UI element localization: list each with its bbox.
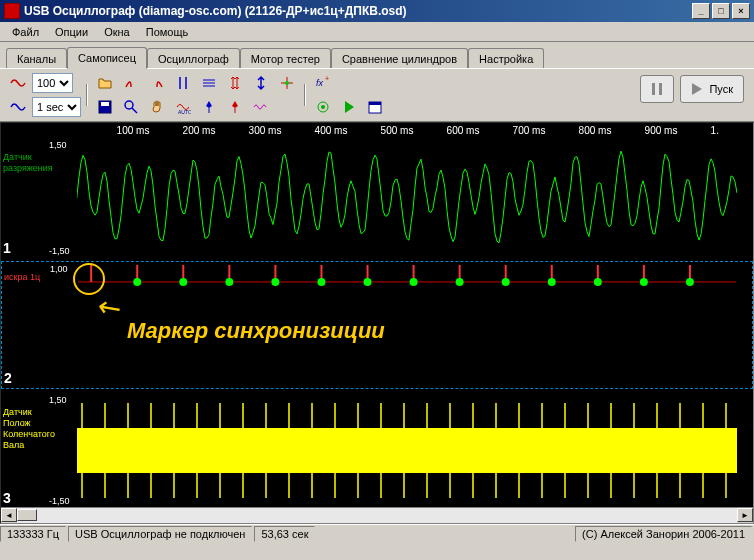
time-tick: 300 ms: [249, 125, 282, 136]
title-bar: USB Осциллограф (diamag-osc.com) (21126-…: [0, 0, 754, 22]
start-button[interactable]: Пуск: [680, 75, 744, 103]
channel-3: 1,50 Датчик Полож Коленчатого Вала -1,50…: [1, 393, 753, 508]
svg-rect-41: [77, 428, 737, 473]
svg-point-38: [594, 278, 602, 286]
ch3-scale-top: 1,50: [49, 395, 67, 405]
tab-recorder[interactable]: Самописец: [67, 47, 147, 69]
toolbar-divider-2: [304, 84, 306, 106]
curve-left-icon[interactable]: [119, 72, 143, 94]
time-tick: 1.: [711, 125, 719, 136]
hand-icon[interactable]: [145, 96, 169, 118]
fx-icon[interactable]: fx+: [311, 72, 335, 94]
close-button[interactable]: ×: [732, 3, 750, 19]
menu-help[interactable]: Помощь: [138, 24, 197, 40]
wave-multi-icon[interactable]: [249, 96, 273, 118]
svg-point-36: [502, 278, 510, 286]
ch1-number: 1: [3, 240, 11, 256]
tab-oscilloscope[interactable]: Осциллограф: [147, 48, 240, 69]
save-icon[interactable]: [93, 96, 117, 118]
scroll-track[interactable]: [17, 508, 737, 523]
ch1-waveform: [77, 138, 737, 258]
ch1-scale-top: 1,50: [49, 140, 67, 150]
wave-red-icon[interactable]: [6, 72, 30, 94]
scale-select[interactable]: 100: [32, 73, 73, 93]
svg-text:fx: fx: [316, 78, 324, 88]
vlines-icon[interactable]: [171, 72, 195, 94]
ch3-scale-bot: -1,50: [49, 496, 70, 506]
status-copyright: (C) Алексей Занорин 2006-2011: [575, 526, 752, 542]
menu-windows[interactable]: Окна: [96, 24, 138, 40]
svg-point-30: [225, 278, 233, 286]
maximize-button[interactable]: □: [712, 3, 730, 19]
ch2-number: 2: [4, 370, 12, 386]
svg-point-35: [456, 278, 464, 286]
channel-1: 1,50 Датчик разряжения -1,50 1: [1, 138, 753, 258]
center-icon[interactable]: [275, 72, 299, 94]
time-tick: 200 ms: [183, 125, 216, 136]
pause-button[interactable]: [640, 75, 674, 103]
time-tick: 800 ms: [579, 125, 612, 136]
svg-rect-10: [369, 102, 381, 105]
start-label: Пуск: [709, 83, 733, 95]
zoom-icon[interactable]: [119, 96, 143, 118]
svg-point-32: [317, 278, 325, 286]
svg-point-40: [686, 278, 694, 286]
open-icon[interactable]: [93, 72, 117, 94]
play-green-icon[interactable]: [337, 96, 361, 118]
status-time: 53,63 сек: [254, 526, 315, 542]
status-connection: USB Осциллограф не подключен: [68, 526, 252, 542]
svg-point-8: [321, 105, 325, 109]
svg-point-0: [285, 81, 289, 85]
minimize-button[interactable]: _: [692, 3, 710, 19]
time-tick: 400 ms: [315, 125, 348, 136]
wave-blue-icon[interactable]: [6, 96, 30, 118]
arrow-vert-single-icon[interactable]: [249, 72, 273, 94]
time-tick: 900 ms: [645, 125, 678, 136]
svg-text:AUTO: AUTO: [178, 109, 191, 115]
menu-options[interactable]: Опции: [47, 24, 96, 40]
tab-cylinder-compare[interactable]: Сравнение цилиндров: [331, 48, 468, 69]
tab-channels[interactable]: Каналы: [6, 48, 67, 69]
ch2-label: искра 1ц: [4, 272, 40, 282]
time-tick: 600 ms: [447, 125, 480, 136]
ch1-label: Датчик разряжения: [3, 152, 75, 174]
menu-bar: Файл Опции Окна Помощь: [0, 22, 754, 42]
app-icon: [4, 3, 20, 19]
status-frequency: 133333 Гц: [0, 526, 66, 542]
ch3-label: Датчик Полож Коленчатого Вала: [3, 407, 75, 451]
tab-motor-tester[interactable]: Мотор тестер: [240, 48, 331, 69]
svg-text:+: +: [325, 75, 329, 82]
ch1-scale-bot: -1,50: [49, 246, 70, 256]
svg-point-31: [271, 278, 279, 286]
scope-area[interactable]: 100 ms 200 ms 300 ms 400 ms 500 ms 600 m…: [0, 122, 754, 524]
auto-icon[interactable]: AUTO: [171, 96, 195, 118]
toolbar-divider: [86, 84, 88, 106]
calendar-icon[interactable]: [363, 96, 387, 118]
toolbar: 100 1 sec AUTO fx+: [0, 68, 754, 122]
scroll-left-button[interactable]: ◄: [1, 508, 17, 522]
menu-file[interactable]: Файл: [4, 24, 47, 40]
time-axis: 100 ms 200 ms 300 ms 400 ms 500 ms 600 m…: [77, 123, 737, 138]
ch3-number: 3: [3, 490, 11, 506]
hlines-icon[interactable]: [197, 72, 221, 94]
scroll-right-button[interactable]: ►: [737, 508, 753, 522]
horizontal-scrollbar[interactable]: ◄ ►: [1, 507, 753, 523]
channel-2: 1,00 искра 1ц 2: [1, 261, 753, 389]
time-tick: 500 ms: [381, 125, 414, 136]
svg-point-33: [364, 278, 372, 286]
arrows-vert-icon[interactable]: [223, 72, 247, 94]
ch2-scale-top: 1,00: [50, 264, 68, 274]
marker-blue-icon[interactable]: [197, 96, 221, 118]
scroll-thumb[interactable]: [17, 509, 37, 521]
curve-right-icon[interactable]: [145, 72, 169, 94]
time-tick: 100 ms: [117, 125, 150, 136]
svg-point-28: [133, 278, 141, 286]
svg-point-29: [179, 278, 187, 286]
tab-settings[interactable]: Настройка: [468, 48, 544, 69]
marker-red-icon[interactable]: [223, 96, 247, 118]
target-icon[interactable]: [311, 96, 335, 118]
ch2-waveform: [78, 262, 736, 390]
time-select[interactable]: 1 sec: [32, 97, 81, 117]
svg-point-34: [410, 278, 418, 286]
status-bar: 133333 Гц USB Осциллограф не подключен 5…: [0, 524, 754, 542]
